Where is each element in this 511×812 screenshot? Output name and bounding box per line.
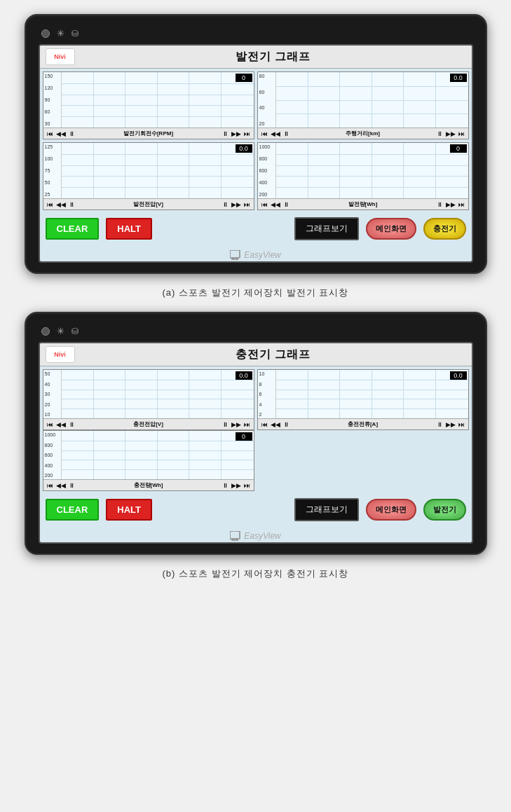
chart-chargewh-controls[interactable]: ⏮ ◀◀ ⏸ 충전량[Wh] ⏸ ▶▶ ⏭ [43,480,254,490]
easyview-icon-a [230,250,241,260]
chargev-btn-skip-fwd[interactable]: ⏭ [243,421,251,428]
halt-button-b[interactable]: HALT [106,499,152,521]
wh-btn-skip-fwd[interactable]: ⏭ [458,201,465,208]
dist-btn-pause[interactable]: ⏸ [282,130,290,137]
chart-chargea-plot [276,370,468,418]
chart-rpm-box: 150120906030 0 [43,72,254,128]
rpm-btn-back[interactable]: ◀◀ [55,130,67,137]
chart-distance-controls[interactable]: ⏮ ◀◀ ⏸ 주행거리[km] ⏸ ▶▶ ⏭ [258,128,468,139]
chargewh-btn-pause[interactable]: ⏸ [68,482,76,489]
charge-button-a[interactable]: 충전기 [423,218,466,240]
volt-btn-skip-back[interactable]: ⏮ [46,201,54,208]
chart-rpm-ylabels: 150120906030 [43,72,62,128]
caption-b: (b) 스포츠 발전기 제어장치 충전기 표시창 [163,567,349,580]
chargea-btn-play[interactable]: ⏸ [436,421,444,428]
dist-btn-fwd[interactable]: ▶▶ [445,130,456,137]
main-button-a[interactable]: 메인화면 [366,218,416,240]
rpm-btn-play[interactable]: ⏸ [222,130,229,137]
power-indicator [41,29,50,38]
dist-btn-skip-fwd[interactable]: ⏭ [458,130,465,137]
chargewh-btn-play[interactable]: ⏸ [222,482,229,489]
wh-btn-pause[interactable]: ⏸ [282,201,290,208]
device-a: ✳ ⛁ Nivi 발전기 그래프 150120906030 [25,14,487,274]
logo-box-a: Nivi [46,48,75,65]
chart-rpm-controls[interactable]: ⏮ ◀◀ ⏸ 발전기회전수[RPM] ⏸ ▶▶ ⏭ [43,128,254,139]
chart-chargev-label: 충전전압[V] [77,420,220,428]
bottom-controls-a: CLEAR HALT 그래프보기 메인화면 충전기 [40,213,472,245]
rpm-btn-skip-back[interactable]: ⏮ [46,130,54,137]
device-a-topbar: ✳ ⛁ [39,28,473,39]
chart-chargev-ylabels: 5040302010 [43,370,62,418]
dist-btn-back[interactable]: ◀◀ [270,130,281,137]
chargev-btn-skip-back[interactable]: ⏮ [46,421,54,428]
rpm-btn-fwd[interactable]: ▶▶ [231,130,242,137]
chargev-btn-play[interactable]: ⏸ [222,421,229,428]
chargewh-btn-skip-fwd[interactable]: ⏭ [243,482,251,489]
volt-btn-back[interactable]: ◀◀ [55,201,67,208]
chart-voltage-box: 125100755025 0 [43,143,254,199]
chart-chargea-controls[interactable]: ⏮ ◀◀ ⏸ 충전전류[A] ⏸ ▶▶ ⏭ [258,419,468,429]
device-a-shell: ✳ ⛁ Nivi 발전기 그래프 150120906030 [25,14,487,274]
chart-chargev-container: 5040302010 0.0 [43,369,254,430]
screen-b-header: Nivi 충전기 그래프 [40,343,472,366]
halt-button-a[interactable]: HALT [106,218,152,240]
volt-btn-play[interactable]: ⏸ [222,201,229,208]
wh-btn-skip-back[interactable]: ⏮ [261,201,268,208]
generator-button-b[interactable]: 발전기 [423,499,466,521]
chargewh-btn-back[interactable]: ◀◀ [55,482,67,489]
chargewh-btn-fwd[interactable]: ▶▶ [231,482,242,489]
chart-wh-controls[interactable]: ⏮ ◀◀ ⏸ 발전량[Wh] ⏸ ▶▶ ⏭ [258,199,468,209]
wh-btn-fwd[interactable]: ▶▶ [445,201,456,208]
chart-chargea-value: 0.0 [450,371,467,380]
chart-voltage-container: 125100755025 0 [43,142,254,210]
volt-btn-fwd[interactable]: ▶▶ [231,201,242,208]
chart-wh-ylabels: 1000800600400200 [258,143,276,198]
easyview-icon-b [230,531,241,541]
volt-btn-skip-fwd[interactable]: ⏭ [243,201,251,208]
svg-rect-0 [230,250,240,258]
device-b: ✳ ⛁ Nivi 충전기 그래프 5040302010 [25,312,487,555]
network-indicator-b: ⛁ [71,326,79,336]
dist-btn-play[interactable]: ⏸ [436,130,444,137]
charts-area-b-bottom: 1000800600400200 [40,430,472,494]
chargea-btn-skip-back[interactable]: ⏮ [261,421,268,428]
bottom-controls-b: CLEAR HALT 그래프보기 메인화면 발전기 [40,494,472,525]
chargewh-btn-skip-back[interactable]: ⏮ [46,482,54,489]
chart-chargewh-container: 1000800600400200 [43,430,254,491]
chargev-btn-pause[interactable]: ⏸ [68,421,76,428]
chart-voltage-value: 0.0 [236,144,252,153]
chargev-btn-fwd[interactable]: ▶▶ [231,421,242,428]
chart-rpm-plot [62,72,254,128]
dist-btn-skip-back[interactable]: ⏮ [261,130,268,137]
clear-button-b[interactable]: CLEAR [46,499,100,521]
chart-chargea-box: 108642 0.0 [258,370,468,419]
device-a-brand: EasyView [40,245,472,261]
wh-btn-back[interactable]: ◀◀ [270,201,281,208]
chart-chargea-ylabels: 108642 [258,370,276,418]
chart-chargev-controls[interactable]: ⏮ ◀◀ ⏸ 충전전압[V] ⏸ ▶▶ ⏭ [43,419,254,429]
chargea-btn-skip-fwd[interactable]: ⏭ [458,421,465,428]
chart-voltage-controls[interactable]: ⏮ ◀◀ ⏸ 발전전압[V] ⏸ ▶▶ ⏭ [43,199,254,209]
graph-button-a[interactable]: 그래프보기 [294,217,359,240]
chargea-btn-back[interactable]: ◀◀ [270,421,281,428]
chart-distance-label: 주행거리[km] [292,130,435,137]
chart-wh-box: 1000800600400200 [258,143,468,199]
easyview-logo-b: EasyView [230,531,280,541]
chart-distance-container: 80604020 0.0 [257,71,469,139]
chart-rpm-value: 0 [236,74,252,82]
volt-btn-pause[interactable]: ⏸ [68,201,76,208]
asterisk-indicator-b: ✳ [57,326,64,336]
rpm-btn-skip-fwd[interactable]: ⏭ [243,130,251,137]
graph-button-b[interactable]: 그래프보기 [294,498,359,521]
easyview-text-a: EasyView [244,250,280,260]
device-b-topbar: ✳ ⛁ [39,326,473,336]
chargev-btn-back[interactable]: ◀◀ [55,421,67,428]
screen-a-header: Nivi 발전기 그래프 [40,46,472,69]
main-button-b[interactable]: 메인화면 [366,499,416,521]
chargea-btn-pause[interactable]: ⏸ [282,421,290,428]
clear-button-a[interactable]: CLEAR [46,218,100,240]
chargea-btn-fwd[interactable]: ▶▶ [445,421,456,428]
wh-btn-play[interactable]: ⏸ [436,201,444,208]
chart-voltage-label: 발전전압[V] [77,200,220,208]
rpm-btn-pause[interactable]: ⏸ [68,130,76,137]
